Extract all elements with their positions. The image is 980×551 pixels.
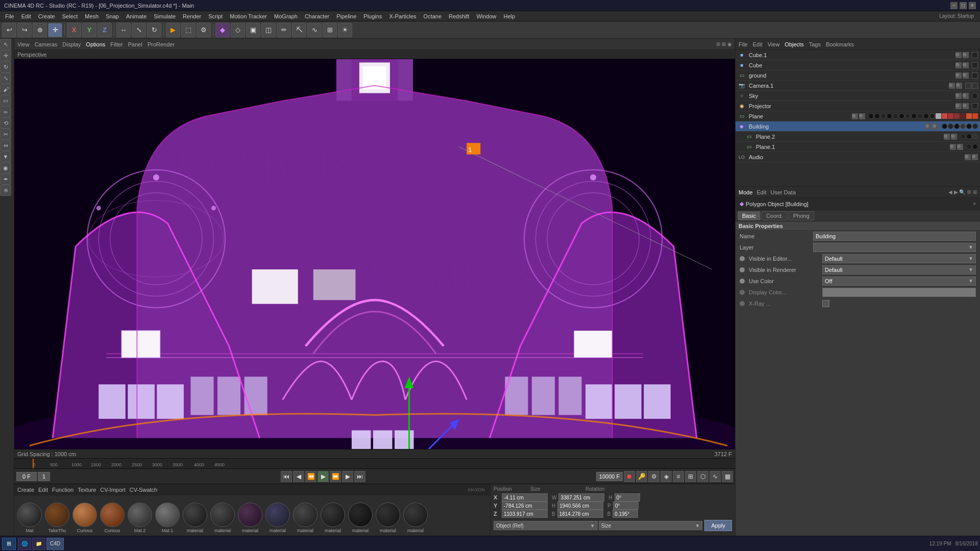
render-btn[interactable]: ▶ — [166, 23, 180, 37]
camera1-tag-1[interactable] — [965, 83, 971, 89]
menu-help[interactable]: Help — [501, 12, 519, 20]
material-item-takethu[interactable]: TakeThu — [45, 503, 69, 533]
timeline-settings-btn[interactable]: ⚙ — [648, 471, 659, 482]
plane-tag-18[interactable] — [972, 113, 978, 119]
material-item-1[interactable]: material — [183, 503, 207, 533]
props-tab-userdata[interactable]: User Data — [771, 189, 796, 195]
prop-layer-value[interactable]: ▼ — [813, 243, 976, 252]
tool-spiro[interactable]: ※ — [0, 185, 11, 196]
p-rotation-input[interactable] — [613, 502, 639, 510]
y-position-input[interactable] — [502, 502, 548, 510]
redo-button[interactable]: ↪ — [17, 23, 32, 37]
tool-rotate[interactable]: ↻ — [0, 61, 11, 72]
obj-row-plane1[interactable]: ▭ Plane.1 ◎ ◎ — [736, 142, 980, 152]
xray-checkbox[interactable] — [822, 300, 829, 307]
x-axis-btn[interactable]: X — [67, 23, 81, 37]
obj-tab-file[interactable]: File — [739, 41, 748, 47]
material-item-curious-1[interactable]: Curious — [72, 503, 97, 533]
menu-character[interactable]: Character — [302, 12, 332, 20]
edge-mode-btn[interactable]: ◇ — [231, 23, 245, 37]
building-tag-2[interactable] — [948, 123, 953, 129]
material-item-6[interactable]: material — [321, 503, 345, 533]
apply-button[interactable]: Apply — [704, 520, 732, 531]
record-button[interactable]: ⏺ — [624, 471, 635, 482]
taskbar-ie[interactable]: 🌐 — [18, 538, 31, 550]
plane-tag-1[interactable] — [868, 113, 874, 119]
projector-vis-render[interactable]: ◎ — [963, 103, 969, 109]
size-dropdown[interactable]: Size ▼ — [599, 521, 703, 530]
viewport-canvas[interactable]: 人人素材社区 人人素材社区 — [14, 59, 735, 449]
projector-tag-1[interactable] — [972, 103, 978, 109]
plane-vis-editor[interactable]: ◎ — [852, 113, 858, 119]
material-item-mat2[interactable]: Mat.2 — [128, 503, 152, 533]
menu-motion-tracker[interactable]: Motion Tracker — [227, 12, 270, 20]
building-tag-6[interactable] — [972, 123, 978, 129]
material-item-3[interactable]: material — [238, 503, 262, 533]
menu-plugins[interactable]: Plugins — [360, 12, 385, 20]
plane1-vis-render[interactable]: ◎ — [957, 144, 963, 150]
plane-tag-6[interactable] — [899, 113, 904, 119]
tab-filter[interactable]: Filter — [110, 41, 122, 47]
building-tag-4[interactable] — [960, 123, 966, 129]
camera1-vis-render[interactable]: ◎ — [956, 83, 962, 89]
tool-loop[interactable]: ⟲ — [0, 117, 11, 129]
plane-tag-14[interactable] — [948, 113, 953, 119]
camera1-tag-2[interactable] — [972, 83, 978, 89]
props-tab-edit[interactable]: Edit — [757, 189, 767, 195]
menu-file[interactable]: File — [2, 12, 17, 20]
rotate-tool-button[interactable]: ↻ — [147, 23, 161, 37]
plane1-vis-editor[interactable]: ◎ — [950, 144, 956, 150]
plane2-tag-2[interactable] — [966, 134, 972, 139]
camera1-vis-editor[interactable]: ◎ — [949, 83, 955, 89]
obj-row-camera1[interactable]: 📷 Camera.1 ◎ ◎ — [736, 81, 980, 91]
tool-brush[interactable]: 🖌 — [0, 84, 11, 95]
z-position-input[interactable] — [502, 510, 548, 518]
prop-display-color-swatch[interactable] — [822, 288, 976, 297]
tool-knife[interactable]: ✂ — [0, 129, 11, 140]
prop-name-input[interactable] — [813, 232, 976, 241]
cube1-vis-editor[interactable]: ◎ — [955, 52, 962, 58]
object-mode-btn[interactable]: ◆ — [215, 23, 230, 37]
render-settings-btn[interactable]: ⚙ — [197, 23, 211, 37]
cube1-vis-render[interactable]: ◎ — [963, 52, 969, 58]
close-button[interactable]: × — [969, 2, 976, 9]
building-vis-editor[interactable]: ◎ — [925, 123, 932, 130]
object-ref-dropdown[interactable]: Object (Ref) ▼ — [494, 521, 598, 530]
ground-tag-1[interactable] — [972, 72, 978, 79]
prop-use-color-dropdown[interactable]: Off ▼ — [822, 277, 976, 286]
poly-mode-btn[interactable]: ▣ — [246, 23, 260, 37]
projector-vis-editor[interactable]: ◎ — [955, 103, 962, 109]
tab-view[interactable]: View — [17, 41, 30, 47]
ground-vis-editor[interactable]: ◎ — [955, 72, 962, 79]
props-close-icon[interactable]: × — [973, 201, 976, 207]
plane-tag-11[interactable] — [929, 113, 935, 119]
cube-vis-render[interactable]: ◎ — [963, 62, 969, 68]
plane1-tag-2[interactable] — [972, 144, 978, 149]
mat-texture-btn[interactable]: Texture — [78, 487, 96, 493]
h-size-input[interactable] — [557, 502, 603, 510]
menu-mesh[interactable]: Mesh — [82, 12, 102, 20]
taskbar-explorer[interactable]: 📁 — [32, 538, 45, 550]
plane-tag-15[interactable] — [954, 113, 960, 119]
menu-window[interactable]: Window — [473, 12, 499, 20]
material-item-mat1[interactable]: Mat.1 — [155, 503, 180, 533]
next-key-button[interactable]: ⏩ — [330, 471, 341, 482]
b-rotation-input[interactable] — [612, 510, 638, 518]
tab-display[interactable]: Display — [62, 41, 81, 47]
obj-tab-objects[interactable]: Objects — [785, 41, 803, 47]
plane1-tag-1[interactable] — [966, 144, 972, 149]
move-button[interactable]: ✛ — [48, 23, 62, 37]
subtab-phong[interactable]: Phong — [789, 211, 814, 220]
plane-vis-render[interactable]: ◎ — [859, 113, 865, 119]
material-item-8[interactable]: material — [376, 503, 400, 533]
undo-button[interactable]: ↩ — [2, 23, 16, 37]
snap-btn[interactable]: ⊞ — [323, 23, 337, 37]
obj-row-ground[interactable]: ▭ ground ◎ ◎ — [736, 70, 980, 81]
material-item-curious-2[interactable]: Curious — [100, 503, 125, 533]
maximize-button[interactable]: □ — [960, 2, 967, 9]
z-axis-btn[interactable]: Z — [97, 23, 112, 37]
sky-vis-render[interactable]: ◎ — [963, 93, 969, 99]
obj-tab-tags[interactable]: Tags — [809, 41, 821, 47]
obj-row-cube[interactable]: ■ Cube ◎ ◎ — [736, 60, 980, 70]
tool-rect[interactable]: ▭ — [0, 95, 11, 106]
